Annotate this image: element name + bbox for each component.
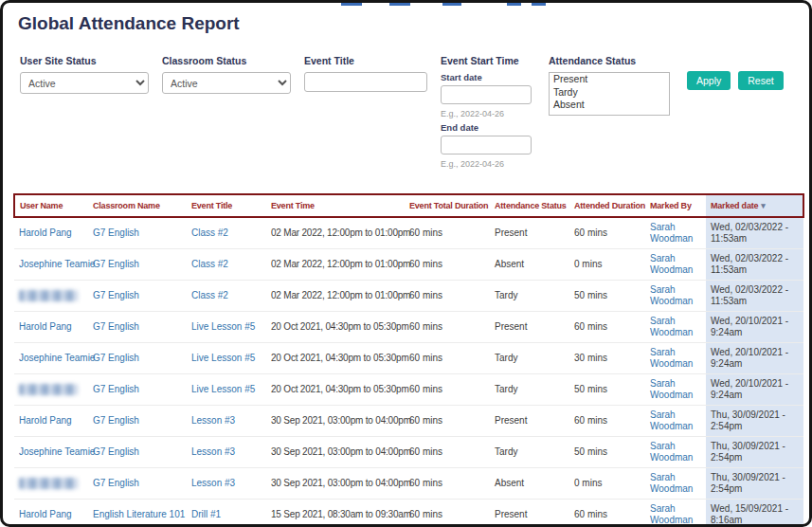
user-link[interactable]: Harold Pang bbox=[19, 227, 72, 238]
event-title-link[interactable]: Lesson #3 bbox=[191, 446, 235, 457]
marked-by-link[interactable]: Sarah Woodman bbox=[650, 222, 693, 244]
table-row: Harold PangG7 EnglishLesson #330 Sep 202… bbox=[14, 406, 803, 437]
classroom-link[interactable]: G7 English bbox=[93, 415, 139, 426]
classroom-link[interactable]: English Literature 101 bbox=[93, 509, 185, 519]
table-row: G7 EnglishClass #202 Mar 2022, 12:00pm t… bbox=[14, 281, 803, 312]
marked-by-link[interactable]: Sarah Woodman bbox=[650, 253, 693, 275]
cell-marked-date: Wed, 02/03/2022 - 11:53am bbox=[706, 249, 803, 281]
column-header-marked-by[interactable]: Marked By bbox=[645, 194, 706, 217]
cell-attendance-status: Tardy bbox=[490, 343, 569, 374]
table-row: Josephine TeamieG7 EnglishClass #202 Mar… bbox=[14, 249, 803, 281]
column-header-event-total-duration[interactable]: Event Total Duration bbox=[405, 194, 490, 217]
marked-by-link[interactable]: Sarah Woodman bbox=[650, 284, 693, 306]
cell-event-time: 02 Mar 2022, 12:00pm to 01:00pm bbox=[266, 217, 405, 249]
event-title-link[interactable]: Class #2 bbox=[191, 227, 228, 238]
column-header-attendance-status[interactable]: Attendance Status bbox=[490, 194, 569, 217]
classroom-link[interactable]: G7 English bbox=[93, 446, 139, 457]
cell-user bbox=[14, 374, 88, 406]
cell-user: Josephine Teamie bbox=[14, 249, 88, 281]
cell-attended-duration: 50 mins bbox=[569, 437, 645, 468]
marked-by-link[interactable]: Sarah Woodman bbox=[650, 503, 693, 525]
end-date-input[interactable] bbox=[441, 136, 532, 154]
classroom-link[interactable]: G7 English bbox=[93, 290, 139, 300]
cell-marked-by: Sarah Woodman bbox=[645, 500, 706, 527]
column-header-attended-duration[interactable]: Attended Duration bbox=[569, 194, 645, 217]
cell-classroom: G7 English bbox=[88, 249, 187, 281]
event-title-link[interactable]: Live Lesson #5 bbox=[191, 384, 255, 394]
marked-by-link[interactable]: Sarah Woodman bbox=[650, 316, 693, 337]
column-header-user-name[interactable]: User Name bbox=[14, 194, 88, 217]
sort-desc-icon: ▾ bbox=[761, 201, 765, 210]
classroom-link[interactable]: G7 English bbox=[93, 353, 139, 363]
cell-marked-date: Thu, 30/09/2021 - 2:54pm bbox=[706, 406, 803, 437]
cell-attendance-status: Tardy bbox=[490, 374, 569, 406]
event-title-link[interactable]: Lesson #3 bbox=[191, 478, 235, 488]
cell-marked-date: Thu, 30/09/2021 - 2:54pm bbox=[706, 437, 803, 468]
cell-event-title: Class #2 bbox=[187, 281, 266, 312]
column-header-marked-date[interactable]: Marked date▾ bbox=[706, 194, 803, 217]
filter-classroom-status: Classroom Status Active bbox=[162, 55, 291, 94]
user-link[interactable]: Josephine Teamie bbox=[19, 446, 95, 457]
table-row: Harold PangG7 EnglishLive Lesson #520 Oc… bbox=[14, 312, 803, 343]
start-date-input[interactable] bbox=[441, 85, 532, 104]
marked-by-link[interactable]: Sarah Woodman bbox=[650, 378, 693, 400]
classroom-link[interactable]: G7 English bbox=[93, 384, 139, 394]
cell-total-duration: 60 mins bbox=[405, 343, 490, 374]
cropped-element bbox=[532, 3, 546, 6]
user-site-status-select[interactable]: Active bbox=[20, 72, 149, 94]
cell-total-duration: 60 mins bbox=[405, 500, 490, 527]
cell-total-duration: 60 mins bbox=[405, 437, 490, 468]
cell-marked-by: Sarah Woodman bbox=[645, 374, 706, 406]
event-title-input[interactable] bbox=[304, 72, 427, 92]
cell-event-time: 30 Sep 2021, 03:00pm to 04:00pm bbox=[266, 437, 405, 468]
cell-attendance-status: Absent bbox=[490, 468, 569, 500]
user-link[interactable]: Harold Pang bbox=[19, 415, 72, 426]
cell-event-time: 20 Oct 2021, 04:30pm to 05:30pm bbox=[266, 312, 405, 343]
start-date-label: Start date bbox=[441, 72, 535, 82]
table-row: Josephine TeamieG7 EnglishLesson #330 Se… bbox=[14, 437, 803, 468]
column-header-event-title[interactable]: Event Title bbox=[187, 194, 266, 217]
cell-marked-by: Sarah Woodman bbox=[645, 312, 706, 343]
user-link[interactable]: Harold Pang bbox=[19, 321, 72, 332]
classroom-link[interactable]: G7 English bbox=[93, 227, 139, 238]
column-header-event-time[interactable]: Event Time bbox=[266, 194, 405, 217]
event-title-link[interactable]: Live Lesson #5 bbox=[191, 353, 255, 363]
column-header-classroom-name[interactable]: Classroom Name bbox=[88, 194, 187, 217]
filter-user-site-status: User Site Status Active bbox=[20, 55, 149, 94]
user-link[interactable]: Josephine Teamie bbox=[19, 259, 95, 269]
cell-marked-by: Sarah Woodman bbox=[645, 437, 706, 468]
cell-total-duration: 60 mins bbox=[405, 468, 490, 500]
attendance-option-present[interactable]: Present bbox=[550, 73, 669, 86]
apply-button[interactable]: Apply bbox=[687, 71, 731, 90]
cell-marked-by: Sarah Woodman bbox=[645, 281, 706, 312]
attendance-status-listbox[interactable]: Present Tardy Absent bbox=[549, 72, 670, 116]
marked-by-link[interactable]: Sarah Woodman bbox=[650, 472, 693, 494]
reset-button[interactable]: Reset bbox=[738, 71, 783, 90]
event-title-link[interactable]: Class #2 bbox=[191, 259, 228, 269]
cell-classroom: G7 English bbox=[88, 281, 187, 312]
attendance-status-label: Attendance Status bbox=[549, 55, 670, 66]
classroom-status-select[interactable]: Active bbox=[162, 72, 291, 94]
classroom-link[interactable]: G7 English bbox=[93, 321, 139, 332]
attendance-option-absent[interactable]: Absent bbox=[550, 99, 669, 112]
cell-user: Harold Pang bbox=[14, 406, 88, 437]
table-body: Harold PangG7 EnglishClass #202 Mar 2022… bbox=[14, 217, 803, 527]
event-title-link[interactable]: Lesson #3 bbox=[191, 415, 235, 426]
cell-marked-by: Sarah Woodman bbox=[645, 468, 706, 500]
cell-attended-duration: 60 mins bbox=[569, 217, 645, 249]
cropped-element bbox=[389, 3, 410, 6]
classroom-link[interactable]: G7 English bbox=[93, 478, 139, 488]
marked-by-link[interactable]: Sarah Woodman bbox=[650, 347, 693, 369]
user-link[interactable]: Josephine Teamie bbox=[19, 353, 95, 363]
event-title-link[interactable]: Drill #1 bbox=[191, 509, 221, 519]
cell-marked-by: Sarah Woodman bbox=[645, 406, 706, 437]
event-title-link[interactable]: Class #2 bbox=[191, 290, 228, 300]
user-link[interactable]: Harold Pang bbox=[19, 509, 72, 519]
cell-total-duration: 60 mins bbox=[405, 312, 490, 343]
marked-by-link[interactable]: Sarah Woodman bbox=[650, 409, 693, 431]
classroom-link[interactable]: G7 English bbox=[93, 259, 139, 269]
table-row: G7 EnglishLesson #330 Sep 2021, 03:00pm … bbox=[14, 468, 803, 500]
marked-by-link[interactable]: Sarah Woodman bbox=[650, 441, 693, 463]
event-title-link[interactable]: Live Lesson #5 bbox=[191, 321, 255, 332]
attendance-option-tardy[interactable]: Tardy bbox=[550, 86, 669, 100]
